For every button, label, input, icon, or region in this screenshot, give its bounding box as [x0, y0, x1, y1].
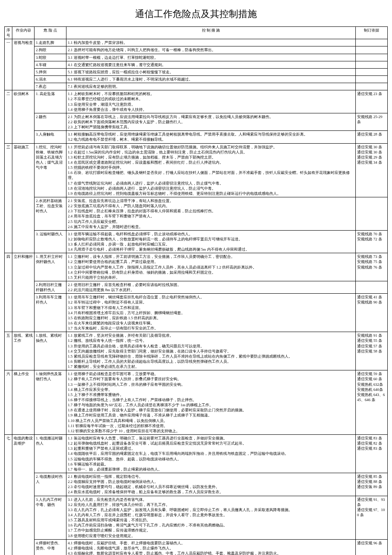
measure-cell: 1.1 上树砍剪树木时，不应攀抓脆弱和枯死的树枝。1.2 不应攀登已经锯过的或砍…	[66, 90, 356, 113]
main-table: 序号 作业内容 危 险 点 控 制 措 施 制订依据 一巡视与检查1.走路扎脚1…	[4, 26, 388, 555]
basis-cell	[356, 75, 388, 83]
measure-cell: 1.1 开挖前必须与有关部门取得联系，明确地下设施的确切位置做好防范措施。组织外…	[66, 143, 356, 197]
basis-cell: 通信安规 28 条	[356, 131, 388, 143]
risk-cell: 2.利用旧杆立撤杆砸杆伤人	[35, 281, 66, 294]
risk-cell: 1.挖坑、挖沟时铁锹、铁锨伤脚 回落土石及塌方伤人；煤气及沼气中毒	[35, 143, 66, 197]
measure-cell: 2.1 为防止树木倒落在导线上，应设法用绳索拉向与导线相反方向，绳索应有足够长度…	[66, 113, 356, 130]
basis-cell	[356, 61, 388, 68]
header-work: 作业内容	[12, 27, 35, 39]
measure-cell: 2.1 使用旧杆立撤杆，应首先检查杆根，必要时应该临时拉线加固。2.2 此法只能…	[66, 281, 356, 294]
risk-cell: 2.砸伤	[35, 113, 66, 130]
measure-cell: 1.1 装运电缆时应有专人负责，明确分工，装运前要对工器具进行全面检查，并做好安…	[66, 434, 356, 473]
measure-cell: 3.1 进入人孔前，应先检查孔内是否有害气体。3.2 应先给人孔盖用打开，排放气…	[66, 496, 356, 539]
measure-cell: 3.1 使用吊车立撤杆时，钢丝绳套应挂扎电杆合适位置，防止电杆突然倾倒伤人。3.…	[66, 294, 356, 332]
measure-cell: 2.1 敷设电缆时应统一指挥，规定联络信号。2.2 电缆轴应支持平固，防止放电缆…	[66, 473, 356, 496]
basis-cell: 通信安规 59 条 通信安规 60 条 安规热机 632条 安规热机 640条 …	[356, 370, 388, 435]
measure-cell: 7.1 夜间巡线应有足够的照明。	[66, 83, 356, 90]
basis-cell: 通信安规 85 条 通信安规 88 条 通信安装 89 条	[356, 473, 388, 496]
seq-cell: 三	[5, 143, 12, 253]
measure-cell: 2.1 安装底、拉盘应先将坑边上清理干净，有站人和放盘位置。2.2 安放底施工坑…	[66, 197, 356, 230]
work-cell: 放线、紧线工作	[12, 332, 35, 370]
risk-cell: 2.狗咬	[35, 46, 66, 54]
risk-cell: 2. 电缆敷设时伤人	[35, 473, 66, 496]
basis-cell: 安规线路 70 条 安规线路 72 条	[356, 230, 388, 253]
basis-cell	[356, 39, 388, 46]
basis-cell: 通信安规 41 条 安规线路 90 条	[356, 294, 388, 332]
basis-cell	[356, 281, 388, 294]
risk-cell: 1.倾倒摔伤及落物打伤人	[35, 370, 66, 435]
seq-cell: 五	[5, 332, 12, 370]
seq-cell: 四	[5, 253, 12, 332]
measure-cell: 1.1 放紧线工作，坚决对安全措施，并经有关部门及领导批准。1.2 撤线、放线应…	[66, 332, 356, 370]
measure-cell: 2.1 选择对可能有狗的地方处绕闯，叫狗主人把狗省住。可备一根棒，防备狗突然窜出…	[66, 46, 356, 54]
page-title: 通信工作危险点及其控制措施	[4, 8, 388, 20]
risk-cell: 3. 运输时砸伤人	[35, 230, 66, 253]
risk-cell: 4.焊接时烫伤、烫伤、中毒	[35, 539, 66, 555]
basis-cell	[356, 197, 388, 230]
measure-cell: 4.1 焊接电缆时，应戴护目镜、手套、杆上焊接电缆要防止落锡伤人。4.2 焊接电…	[66, 539, 356, 555]
risk-cell: 4.车碰	[35, 61, 66, 68]
header-seq: 序号	[5, 27, 12, 39]
basis-cell: 安规线路 25-29条	[356, 113, 388, 130]
seq-cell: 六	[5, 370, 12, 435]
measure-cell: 1.1 鞋内加垫牛皮垫，严禁穿凉鞋。	[66, 39, 356, 46]
measure-cell: 4.1 在交通繁忙路段巡视要注意往来车辆，遵守交通规则。	[66, 61, 356, 68]
seq-cell: 一	[5, 39, 12, 90]
risk-cell: 7.夜恋	[35, 83, 66, 90]
risk-cell: 3.利用吊车立撤杆伤人	[35, 294, 66, 332]
measure-cell: 3.1 巡视时带一根棍，边走边打草、打草惊蛇避蛇咬。	[66, 54, 356, 61]
basis-cell	[356, 54, 388, 61]
risk-cell: 6.溺水	[35, 75, 66, 83]
work-cell: 砍伐树木	[12, 90, 35, 143]
basis-cell	[356, 83, 388, 90]
risk-cell: 5.摔倒	[35, 68, 66, 75]
header-measure: 控 制 措 施	[66, 27, 356, 39]
header-risk: 危 险 点	[35, 27, 66, 39]
header-basis: 制订依据	[356, 27, 388, 39]
work-cell: 基础施工	[12, 143, 35, 253]
risk-cell: 3.蛇咬	[35, 54, 66, 61]
risk-cell: 2.水泥杆基础施工砼、拉盘安装时伤人	[35, 197, 66, 230]
risk-cell: 1.放线、紧线时抽伤人	[35, 332, 66, 370]
basis-cell: 通信安规 23 条	[356, 90, 388, 113]
risk-cell: 3.人孔内工作时中毒、砸伤	[35, 496, 66, 539]
risk-cell: 1. 用叉杆立杆时倒杆砸伤人	[35, 253, 66, 281]
measure-cell: 3.1 使用车辆运输不得超载，电杆和线盘必须绑牢，防止滚动或移动伤人。3.2 卸…	[66, 230, 356, 253]
basis-cell: 通信安规 96 条	[356, 539, 388, 555]
seq-cell: 二	[5, 90, 12, 143]
measure-cell: 3.1 树枝接触高压带电导线时，应使用绝缘绳索等绝缘工具使树枝脱离带电导线。严禁…	[66, 131, 356, 143]
work-cell: 电缆的敷设及维护	[12, 434, 35, 555]
work-cell: 巡视与检查	[12, 39, 35, 90]
risk-cell: 1.走路扎脚	[35, 39, 66, 46]
work-cell: 立杆和撤杆	[12, 253, 35, 332]
basis-cell: 安规线路 73 条 安规线路 75 条 安规线路 76 条	[356, 253, 388, 281]
measure-cell: 1.1 立撤杆时，设专人指挥，开工前讲明施工方法，安全措施，工作班人员要明确分工…	[66, 253, 356, 281]
measure-cell: 1.1 使用梯子前必须检查是否牢固可靠，立放要平稳。1.2 梯子有人工作时下面要…	[66, 370, 356, 435]
basis-cell: 安规线路 91 条 通信安规 55 条 通信安规 57 条 通信安规 58 条	[356, 332, 388, 370]
measure-cell: 6.1 特殊巡视应二人进行，下暴雨洪水上涨时，不明深浅的水域不能越过。	[66, 75, 356, 83]
basis-cell	[356, 68, 388, 75]
basis-cell: 通信安规 30 条 通信安规 30 条 通信安规 29 条 通信安规 34 条	[356, 143, 388, 197]
basis-cell	[356, 46, 388, 54]
basis-cell: 通信安规 83 条 通信安规 82 条 通信安规 83 条	[356, 434, 388, 473]
risk-cell: 1. 电缆搬运时砸伤人	[35, 434, 66, 473]
risk-cell: 1. 高处坠落	[35, 90, 66, 113]
risk-cell: 3.人身触电	[35, 131, 66, 143]
seq-cell: 七	[5, 434, 12, 555]
measure-cell: 5.1 巡视下坡路段应踏滑，应拄一棍或拉住小树枝慢慢下坡走。	[66, 68, 356, 75]
work-cell: 梯上作业	[12, 370, 35, 435]
basis-cell: 通信安规 91、93 条 通信安规 97、100 条	[356, 496, 388, 539]
